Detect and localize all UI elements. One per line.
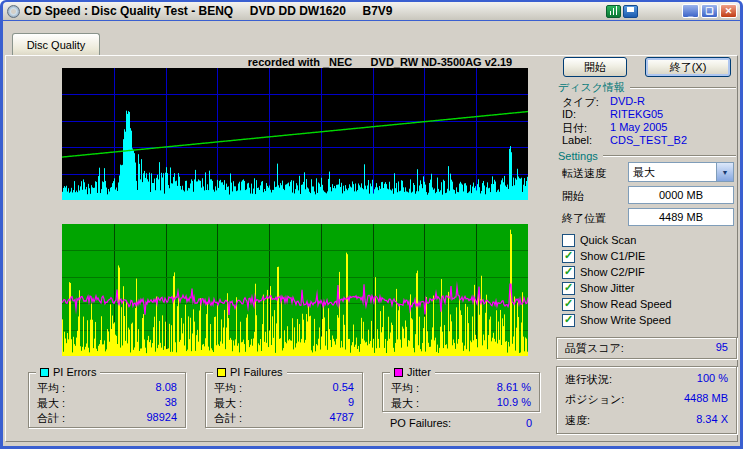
start-position-input[interactable]	[628, 186, 734, 204]
pi-errors-legend-title: PI Errors	[36, 366, 100, 378]
stat-row: 平均 :8.08	[37, 381, 177, 396]
chevron-down-icon[interactable]: ▼	[716, 163, 733, 181]
disc-info-row: ID:RITEKG05	[562, 108, 736, 120]
checkbox-box[interactable]	[562, 314, 575, 327]
pi-failures-legend: PI Failures 平均 :0.54 最大 :9 合計 :4787	[205, 372, 363, 428]
checkbox-box[interactable]	[562, 298, 575, 311]
checkbox-show-c2-pif[interactable]: Show C2/PIF	[562, 265, 645, 279]
checkbox-box[interactable]	[562, 282, 575, 295]
checkbox-box[interactable]	[562, 266, 575, 279]
po-failures-label: PO Failures:	[390, 417, 451, 429]
divider	[630, 87, 736, 89]
status-row: ポジション:4488 MB	[565, 392, 728, 407]
checkbox-show-read-speed[interactable]: Show Read Speed	[562, 297, 672, 311]
stat-row: 最大 :38	[37, 396, 177, 411]
start-button[interactable]: 開始	[563, 57, 627, 77]
start-position-label: 開始	[562, 189, 584, 204]
pi-errors-swatch	[40, 368, 49, 377]
end-position-input[interactable]	[628, 208, 734, 226]
pi-failures-jitter-chart	[62, 224, 528, 356]
stat-row: 最大 :10.9 %	[391, 396, 531, 411]
exit-button[interactable]: 終了(X)	[645, 57, 731, 77]
checkbox-quick-scan[interactable]: Quick Scan	[562, 233, 636, 247]
checkbox-box[interactable]	[562, 250, 575, 263]
checkbox-show-jitter[interactable]: Show Jitter	[562, 281, 634, 295]
checkbox-box[interactable]	[562, 234, 575, 247]
stat-row: 合計 :4787	[214, 411, 354, 426]
status-box: 進行状況:100 % ポジション:4488 MB 速度:8.34 X	[556, 366, 737, 434]
legend-title-text: PI Failures	[230, 366, 283, 378]
disc-info-header: ディスク情報	[558, 80, 736, 95]
legend-title-text: Jitter	[407, 366, 431, 378]
po-failures-value: 0	[526, 417, 532, 429]
status-row: 進行状況:100 %	[565, 372, 728, 387]
tab-disc-quality[interactable]: Disc Quality	[12, 33, 100, 56]
transfer-speed-label: 転送速度	[562, 166, 606, 181]
jitter-legend-title: Jitter	[390, 366, 435, 378]
selected-option: 最大	[629, 163, 716, 181]
stat-row: 平均 :8.61 %	[391, 381, 531, 396]
status-row: 速度:8.34 X	[565, 413, 728, 428]
end-position-label: 終了位置	[562, 211, 606, 226]
jitter-legend: Jitter 平均 :8.61 % 最大 :10.9 %	[382, 372, 540, 412]
stat-row: 合計 :98924	[37, 411, 177, 426]
checkbox-show-c1-pie[interactable]: Show C1/PIE	[562, 249, 645, 263]
recorded-with-label: recorded with _NEC DVD_RW ND-3500AG v2.1…	[230, 56, 530, 68]
quality-score-value: 95	[716, 341, 728, 356]
pi-errors-legend: PI Errors 平均 :8.08 最大 :38 合計 :98924	[28, 372, 186, 428]
app-window: CD Speed : Disc Quality Test - BENQ DVD …	[0, 0, 743, 449]
pi-errors-chart	[62, 68, 528, 200]
disc-info-row: Label:CDS_TEST_B2	[562, 134, 736, 146]
transfer-speed-select[interactable]: 最大 ▼	[628, 162, 734, 182]
pi-failures-legend-title: PI Failures	[213, 366, 287, 378]
divider	[603, 155, 736, 157]
stat-row: 平均 :0.54	[214, 381, 354, 396]
jitter-swatch	[394, 368, 403, 377]
checkbox-show-write-speed[interactable]: Show Write Speed	[562, 313, 671, 327]
stat-row: 最大 :9	[214, 396, 354, 411]
quality-score-box: 品質スコア: 95	[556, 337, 737, 359]
legend-title-text: PI Errors	[53, 366, 96, 378]
pi-failures-swatch	[217, 368, 226, 377]
quality-score-row: 品質スコア: 95	[565, 341, 728, 356]
po-failures-row: PO Failures: 0	[390, 417, 532, 429]
settings-header: Settings	[558, 150, 736, 162]
